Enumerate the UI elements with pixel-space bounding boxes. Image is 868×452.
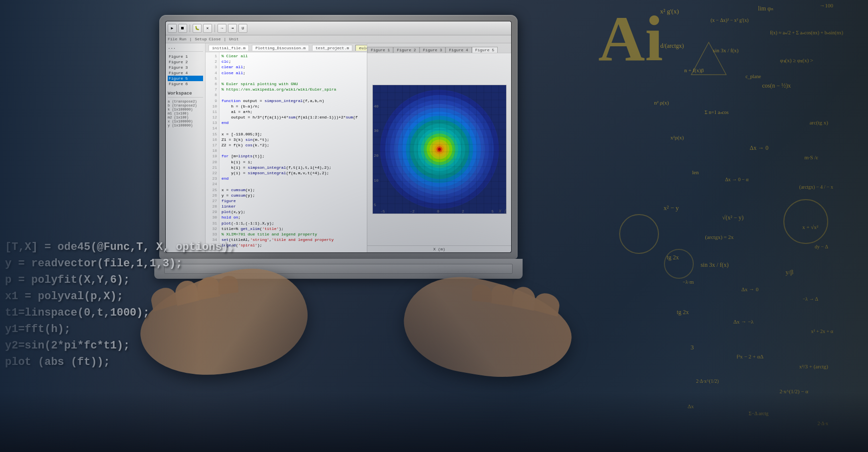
sidebar-figure-6[interactable]: Figure 6 xyxy=(168,81,203,87)
figure-heatmap-area: -5 -2 0 2 5 5 10 20 30 xyxy=(367,53,511,245)
matlab-screen[interactable]: ▶ ⏹ 🐛 ✕ → ⇥ U File Run | Setup xyxy=(166,21,511,252)
fig-tab-5[interactable]: Figure 5 xyxy=(472,47,498,53)
matlab-code-editor[interactable]: initial_file.m Plotting_Discussion.m tes… xyxy=(206,43,367,252)
svg-text:0: 0 xyxy=(437,209,439,214)
toolbar-sep-2 xyxy=(215,24,215,32)
var-b: b (transpose2) xyxy=(168,104,203,108)
fig-tab-2[interactable]: Figure 2 xyxy=(393,47,419,53)
matlab-toolbar: ▶ ⏹ 🐛 ✕ → ⇥ U xyxy=(166,21,511,35)
var-m1: m1 (1x100) xyxy=(168,112,203,115)
svg-text:30: 30 xyxy=(374,128,379,133)
right-finger-2 xyxy=(512,285,536,311)
sidebar-title-workspace: Workspace xyxy=(168,91,203,98)
toolbar-step[interactable]: → xyxy=(217,24,226,33)
laptop-screen-inner: ▶ ⏹ 🐛 ✕ → ⇥ U File Run | Setup xyxy=(165,21,512,253)
toolbar-run[interactable]: ▶ xyxy=(168,24,177,33)
fig-tab-4[interactable]: Figure 4 xyxy=(445,47,471,53)
tab-test-project[interactable]: test_project.m xyxy=(312,45,352,51)
svg-text:-5: -5 xyxy=(380,209,385,214)
toolbar-stop[interactable]: ⏹ xyxy=(178,24,187,33)
subtab-unit[interactable]: Unit xyxy=(229,37,238,41)
line-numbers: 12345 678910 1112131415 1617181920 21222… xyxy=(206,52,219,252)
tab-euler-spiral[interactable]: euler_spiral.m xyxy=(355,45,367,51)
right-finger-4 xyxy=(472,284,492,303)
editor-tabs-row: initial_file.m Plotting_Discussion.m tes… xyxy=(206,43,367,52)
toolbar-unit[interactable]: U xyxy=(238,24,247,33)
code-content[interactable]: % Clear all clc; clear all; close all; %… xyxy=(219,52,367,252)
fig-tab-3[interactable]: Figure 3 xyxy=(420,47,445,53)
matlab-figure-panel: Figure 1 Figure 2 Figure 3 Figure 4 Figu… xyxy=(367,43,511,252)
matlab-main-area: ... Figure 1 Figure 2 Figure 3 Figure 4 … xyxy=(166,43,511,252)
heatmap-svg: -5 -2 0 2 5 5 10 20 30 xyxy=(373,85,506,214)
sidebar-figure-3[interactable]: Figure 3 xyxy=(168,65,203,70)
sidebar-figure-5[interactable]: Figure 5 xyxy=(168,76,203,81)
svg-text:20: 20 xyxy=(374,153,379,158)
sidebar-figure-2[interactable]: Figure 2 xyxy=(168,59,203,65)
subtab-setup[interactable]: Setup xyxy=(195,37,207,41)
svg-text:40: 40 xyxy=(374,104,379,109)
tab-plotting[interactable]: Plotting_Discussion.m xyxy=(252,45,309,51)
heatmap-container: -5 -2 0 2 5 5 10 20 30 xyxy=(372,85,507,214)
toolbar-clear[interactable]: ✕ xyxy=(203,24,212,33)
var-m2: m2 (1x100) xyxy=(168,115,203,119)
svg-text:2: 2 xyxy=(461,209,464,214)
laptop-keyboard-base xyxy=(154,259,523,279)
subtab-run[interactable]: Run xyxy=(179,37,186,41)
svg-text:5: 5 xyxy=(374,203,376,207)
svg-text:-2: -2 xyxy=(410,209,415,214)
right-finger-3 xyxy=(491,283,514,306)
toolbar-sep-1 xyxy=(190,24,190,32)
laptop-scene: ▶ ⏹ 🐛 ✕ → ⇥ U File Run | Setup xyxy=(159,15,547,363)
keyboard-spacebar xyxy=(164,264,513,274)
keyboard-area[interactable] xyxy=(154,259,523,279)
toolbar-next[interactable]: ⇥ xyxy=(228,24,237,33)
svg-text:X (m): X (m) xyxy=(498,209,506,214)
figure-axis-label: X (m) xyxy=(367,245,511,252)
subtab-close[interactable]: Close xyxy=(209,37,220,41)
code-editor-content[interactable]: 12345 678910 1112131415 1617181920 21222… xyxy=(206,52,367,252)
var-x: x (1x100000) xyxy=(168,119,203,123)
subtab-file[interactable]: File xyxy=(168,37,177,41)
var-k: k (1x100000) xyxy=(168,108,203,112)
svg-text:5: 5 xyxy=(491,209,494,214)
subtab-row: File Run | Setup Close | Unit xyxy=(166,35,511,43)
laptop-screen-frame: ▶ ⏹ 🐛 ✕ → ⇥ U File Run | Setup xyxy=(159,15,518,259)
matlab-figure-list: ... Figure 1 Figure 2 Figure 3 Figure 4 … xyxy=(166,43,206,252)
toolbar-debug[interactable]: 🐛 xyxy=(193,24,202,33)
fig-tab-1[interactable]: Figure 1 xyxy=(367,47,393,53)
sidebar-title-figures: ... xyxy=(168,45,203,52)
sidebar-figure-1[interactable]: Figure 1 xyxy=(168,54,203,59)
tab-initial-file[interactable]: initial_file.m xyxy=(209,45,249,51)
left-finger-2 xyxy=(174,278,199,306)
var-a: a (transpose2) xyxy=(168,100,203,104)
sidebar-figure-4[interactable]: Figure 4 xyxy=(168,70,203,76)
var-y: y (1x100000) xyxy=(168,123,203,127)
figure-panel-tabs: Figure 1 Figure 2 Figure 3 Figure 4 Figu… xyxy=(367,43,511,53)
svg-text:10: 10 xyxy=(374,178,379,183)
left-finger-3 xyxy=(197,275,220,300)
workspace-vars: a (transpose2) b (transpose2) k (1x10000… xyxy=(168,100,203,127)
